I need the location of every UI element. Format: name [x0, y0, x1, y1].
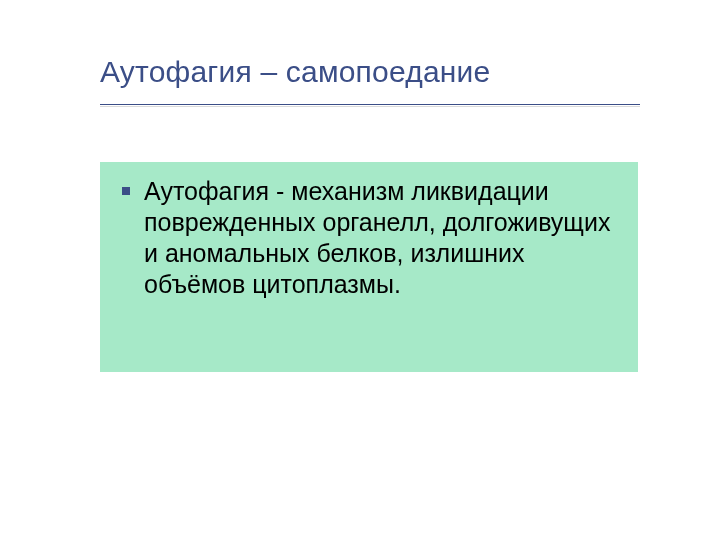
content-highlight-box: Аутофагия - механизм ликвидации поврежде… — [100, 162, 638, 372]
slide-title: Аутофагия – самопоедание — [100, 55, 490, 89]
bullet-square-icon — [122, 187, 130, 195]
body-text: Аутофагия - механизм ликвидации поврежде… — [144, 176, 620, 300]
title-underline — [100, 104, 640, 105]
slide: Аутофагия – самопоедание Аутофагия - мех… — [0, 0, 720, 540]
